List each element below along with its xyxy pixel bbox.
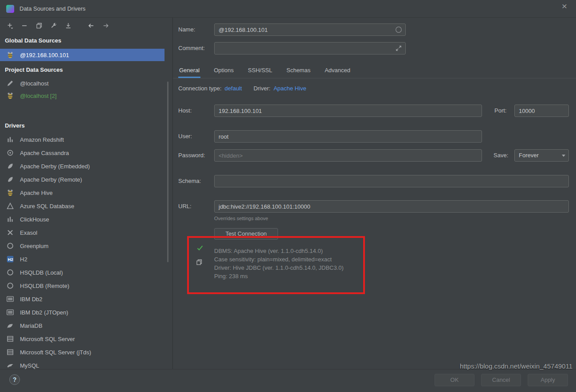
driver-item[interactable]: Greenplum: [0, 239, 165, 252]
driver-label: HSQLDB (Local): [20, 269, 63, 276]
result-dbms-line: DBMS: Apache Hive (ver. 1.1.0-cdh5.14.0): [214, 247, 344, 255]
help-button[interactable]: ?: [9, 374, 20, 385]
success-check-icon: [196, 245, 204, 252]
tab-general[interactable]: General: [178, 65, 200, 78]
amazon-redshift-icon: [6, 136, 14, 144]
datagrip-logo-icon: [6, 5, 14, 13]
data-source-label: @localhost [2]: [20, 93, 57, 99]
driver-item[interactable]: IBM Db2 (JTOpen): [0, 306, 165, 319]
port-input[interactable]: [514, 105, 569, 117]
password-input[interactable]: [214, 149, 482, 162]
port-label: Port:: [494, 105, 506, 117]
driver-item[interactable]: ClickHouse: [0, 213, 165, 226]
settings-tabs: General Options SSH/SSL Schemas Advanced: [178, 65, 364, 78]
driver-label: Apache Hive: [20, 190, 53, 196]
main-panel: Name: Comment: General Options SSH/SSL S…: [173, 18, 576, 369]
driver-item[interactable]: MySQL: [0, 359, 165, 369]
azure-sql-icon: [6, 202, 14, 210]
driver-label: HSQLDB (Remote): [20, 283, 69, 289]
data-source-item-selected[interactable]: @192.168.100.101: [0, 49, 165, 61]
add-icon[interactable]: [6, 22, 13, 29]
user-input[interactable]: [214, 130, 482, 143]
hsqldb-icon: [6, 268, 14, 276]
schema-input[interactable]: [214, 175, 569, 187]
clickhouse-icon: [6, 215, 14, 223]
cancel-button[interactable]: Cancel: [481, 374, 521, 386]
driver-item[interactable]: Microsoft SQL Server: [0, 332, 165, 345]
chevron-down-icon: [562, 155, 565, 157]
driver-item[interactable]: H2: [0, 252, 165, 266]
result-case-line: Case sensitivity: plain=mixed, delimited…: [214, 255, 344, 264]
data-source-label: @localhost: [20, 80, 49, 87]
driver-label: Exasol: [20, 229, 37, 236]
driver-label: Apache Derby (Embedded): [20, 163, 90, 170]
comment-label: Comment:: [178, 42, 205, 54]
apply-button[interactable]: Apply: [528, 374, 568, 386]
apache-derby-icon: [6, 162, 14, 170]
mysql-icon: [6, 361, 14, 369]
host-input[interactable]: [214, 105, 482, 117]
url-input[interactable]: [214, 200, 569, 213]
expand-icon[interactable]: [395, 45, 402, 52]
forward-icon[interactable]: [102, 22, 110, 29]
driver-item[interactable]: HSQLDB (Local): [0, 266, 165, 279]
exasol-icon: [6, 229, 14, 237]
tab-schemas[interactable]: Schemas: [286, 65, 311, 78]
result-ping-line: Ping: 238 ms: [214, 272, 344, 280]
driver-label: Microsoft SQL Server (jTds): [20, 349, 91, 356]
connection-result: DBMS: Apache Hive (ver. 1.1.0-cdh5.14.0)…: [214, 247, 344, 280]
back-icon[interactable]: [87, 22, 94, 29]
name-label: Name:: [178, 23, 195, 36]
driver-item[interactable]: HSQLDB (Remote): [0, 279, 165, 292]
remove-icon[interactable]: [21, 22, 28, 29]
mssql-icon: [6, 335, 14, 343]
copy-result-icon[interactable]: [196, 259, 203, 266]
sidebar-scrollbar[interactable]: [167, 82, 168, 262]
ok-button[interactable]: OK: [435, 374, 474, 386]
driver-item[interactable]: Microsoft SQL Server (jTds): [0, 345, 165, 359]
watermark-text: https://blog.csdn.net/weixin_45749011: [460, 362, 572, 370]
import-icon[interactable]: [65, 22, 72, 29]
password-label: Password:: [178, 149, 205, 162]
save-select[interactable]: Forever: [514, 149, 569, 162]
data-sources-dialog: Data Sources and Drivers × Global Data S…: [0, 0, 576, 392]
driver-item[interactable]: Apache Derby (Embedded): [0, 159, 165, 173]
driver-label: Amazon Redshift: [20, 136, 64, 143]
sidebar: Global Data Sources @192.168.100.101 Pro…: [0, 18, 172, 369]
name-field-wrap: [214, 23, 406, 36]
connection-type-link[interactable]: default: [225, 85, 242, 92]
driver-label: Apache Cassandra: [20, 150, 69, 156]
greenplum-icon: [6, 242, 14, 250]
driver-item[interactable]: Apache Hive: [0, 186, 165, 199]
driver-item[interactable]: Exasol: [0, 226, 165, 239]
hsqldb-icon: [6, 282, 14, 290]
duplicate-icon[interactable]: [35, 22, 43, 29]
test-connection-button[interactable]: Test Connection: [214, 228, 278, 240]
refresh-ring-icon: [395, 26, 402, 33]
overrides-note: Overrides settings above: [214, 216, 268, 221]
ibm-db2-icon: [6, 308, 14, 316]
driver-item[interactable]: IBM Db2: [0, 292, 165, 306]
driver-label: MariaDB: [20, 322, 43, 329]
hive-bee-icon: [6, 92, 14, 100]
driver-item[interactable]: Azure SQL Database: [0, 199, 165, 213]
driver-link[interactable]: Apache Hive: [274, 85, 306, 92]
driver-item[interactable]: MariaDB: [0, 319, 165, 332]
data-source-label: @192.168.100.101: [20, 52, 69, 58]
driver-label: Greenplum: [20, 243, 48, 249]
name-input[interactable]: [214, 23, 406, 36]
host-label: Host:: [178, 105, 192, 117]
tab-options[interactable]: Options: [213, 65, 235, 78]
global-data-sources-header: Global Data Sources: [0, 36, 172, 45]
comment-input[interactable]: [214, 42, 406, 54]
tab-advanced[interactable]: Advanced: [324, 65, 351, 78]
driver-label: ClickHouse: [20, 216, 49, 223]
driver-item[interactable]: Apache Cassandra: [0, 146, 165, 159]
close-icon[interactable]: ×: [559, 1, 570, 12]
driver-item[interactable]: Apache Derby (Remote): [0, 173, 165, 186]
tab-ssh-ssl[interactable]: SSH/SSL: [247, 65, 273, 78]
driver-item[interactable]: Amazon Redshift: [0, 133, 165, 146]
data-source-item[interactable]: @localhost [2]: [0, 89, 165, 102]
driver-properties-icon[interactable]: [50, 22, 57, 29]
data-source-item[interactable]: @localhost: [0, 77, 165, 89]
